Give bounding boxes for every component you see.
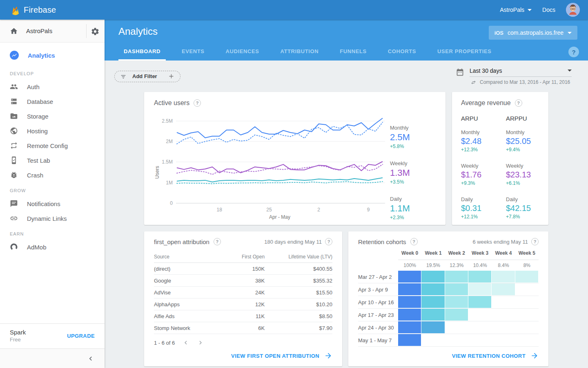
column-header: Lifetime Value (LTV): [265, 254, 332, 260]
docs-link[interactable]: Docs: [542, 7, 555, 13]
cohort-cell[interactable]: [492, 283, 514, 295]
svg-text:Apr - May: Apr - May: [269, 214, 290, 220]
cohort-cell-empty: [492, 296, 514, 308]
stat-label: Daily: [506, 196, 539, 202]
date-range-selector[interactable]: Last 30 days: [470, 67, 572, 77]
cohort-cell[interactable]: [421, 309, 444, 321]
cohort-cell[interactable]: [398, 296, 421, 308]
table-cell: 38K: [219, 278, 265, 284]
help-icon[interactable]: ?: [515, 99, 522, 107]
cohort-cell-empty: [515, 321, 538, 333]
help-icon[interactable]: ?: [214, 238, 221, 245]
cohort-cell[interactable]: [515, 271, 538, 283]
cohort-cell[interactable]: [421, 296, 444, 308]
cohort-cell[interactable]: [468, 271, 491, 283]
average-revenue-title: Average revenue: [461, 99, 511, 107]
compare-arrows-icon: [470, 79, 477, 85]
cohort-cell[interactable]: [445, 296, 468, 308]
stat-value: $25.05: [506, 137, 539, 146]
table-cell: Alfie Ads: [154, 313, 219, 319]
cohort-cell[interactable]: [398, 283, 421, 295]
sidebar-item-dynamic-links[interactable]: Dynamic Links: [0, 211, 105, 226]
tab-user-properties[interactable]: USER PROPERTIES: [432, 43, 497, 61]
cohort-cell[interactable]: [421, 283, 444, 295]
help-icon[interactable]: ?: [410, 238, 418, 245]
notifications-icon: [10, 200, 18, 208]
avatar[interactable]: [566, 3, 580, 17]
tab-bar: DASHBOARDEVENTSAUDIENCESATTRIBUTIONFUNNE…: [105, 43, 497, 61]
cohort-cell-empty: [445, 334, 468, 346]
analytics-header: Analytics iOS com.astropals.ios.free DAS…: [105, 20, 588, 61]
cohort-cell[interactable]: [468, 296, 491, 308]
sidebar-item-auth[interactable]: Auth: [0, 79, 105, 94]
view-first-open-attribution-link[interactable]: VIEW FIRST OPEN ATTRIBUTION: [231, 352, 332, 360]
sidebar-item-storage[interactable]: Storage: [0, 109, 105, 123]
help-icon[interactable]: ?: [194, 99, 201, 107]
week-value: 19.5%: [421, 263, 445, 268]
tab-attribution[interactable]: ATTRIBUTION: [275, 43, 324, 61]
cohort-cell[interactable]: [468, 283, 491, 295]
week-header: Week 5: [515, 250, 539, 260]
svg-text:25: 25: [266, 207, 272, 213]
cohort-cell[interactable]: [398, 309, 421, 321]
view-retention-cohort-link[interactable]: VIEW RETENTION COHORT: [452, 352, 539, 360]
cohort-cell[interactable]: [421, 271, 444, 283]
cohort-cell-empty: [468, 334, 491, 346]
table-row: Google38K$355.32: [154, 275, 332, 287]
stat-delta: +12.1%: [461, 214, 494, 220]
help-icon[interactable]: ?: [531, 238, 539, 245]
cohort-cell[interactable]: [445, 283, 468, 295]
cohort-row: Apr 24 - Apr 30: [358, 321, 539, 334]
previous-page-button[interactable]: [182, 339, 189, 346]
help-button[interactable]: ?: [568, 47, 579, 57]
stat-value: 1.3M: [390, 168, 435, 178]
cohort-cell-empty: [515, 296, 538, 308]
calendar-icon[interactable]: [456, 68, 464, 76]
tab-funnels[interactable]: FUNNELS: [334, 43, 372, 61]
upgrade-button[interactable]: UPGRADE: [67, 333, 95, 339]
link-label: VIEW RETENTION COHORT: [452, 353, 526, 359]
main-content: Analytics iOS com.astropals.ios.free DAS…: [105, 20, 588, 368]
sidebar-project-row[interactable]: AstroPals: [0, 20, 105, 43]
help-icon[interactable]: ?: [325, 238, 332, 245]
cohort-cell[interactable]: [398, 334, 421, 346]
next-page-button[interactable]: [197, 339, 204, 346]
sidebar-item-database[interactable]: Database: [0, 94, 105, 109]
hosting-icon: [10, 127, 18, 135]
sidebar-item-label: Test Lab: [27, 157, 50, 164]
sidebar-item-remote-config[interactable]: Remote Config: [0, 138, 105, 153]
stat-daily: Daily1.1M+2.3%: [390, 196, 435, 220]
sidebar-item-test-lab[interactable]: Test Lab: [0, 153, 105, 168]
sidebar-item-notifications[interactable]: Notifications: [0, 196, 105, 211]
cohort-cell[interactable]: [492, 271, 514, 283]
tab-audiences[interactable]: AUDIENCES: [220, 43, 265, 61]
sidebar-item-hosting[interactable]: Hosting: [0, 123, 105, 138]
cohort-cell-empty: [445, 321, 468, 333]
table-row: (direct)150K$400.55: [154, 263, 332, 275]
collapse-sidebar-icon[interactable]: [87, 355, 95, 363]
project-switcher[interactable]: AstroPals: [500, 7, 532, 13]
revenue-column-header: ARPU: [461, 115, 494, 122]
tab-events[interactable]: EVENTS: [176, 43, 210, 61]
gear-icon[interactable]: [91, 27, 99, 35]
cohort-cell[interactable]: [445, 271, 468, 283]
cohort-cell[interactable]: [445, 309, 468, 321]
stat-delta: +7.8%: [506, 214, 539, 220]
cohort-cell[interactable]: [398, 271, 421, 283]
cohort-cell-empty: [515, 283, 538, 295]
tab-cohorts[interactable]: COHORTS: [383, 43, 421, 61]
cohort-cell[interactable]: [421, 321, 444, 333]
stat-value: $2.48: [461, 137, 494, 146]
sidebar-item-admob[interactable]: AdMob: [0, 240, 105, 254]
cohort-cell[interactable]: [398, 321, 421, 333]
dynamic-links-icon: [10, 214, 18, 222]
sidebar-item-analytics[interactable]: Analytics: [0, 43, 105, 65]
sidebar-item-crash[interactable]: Crash: [0, 168, 105, 182]
app-selector[interactable]: iOS com.astropals.ios.free: [489, 26, 577, 40]
table-cell: (direct): [154, 266, 219, 272]
compare-text: Compared to Mar 13, 2016 - Apr 11, 2016: [480, 79, 570, 85]
home-icon[interactable]: [10, 27, 18, 35]
add-filter-button[interactable]: Add Filter: [114, 71, 180, 82]
tab-dashboard[interactable]: DASHBOARD: [118, 43, 166, 61]
link-label: VIEW FIRST OPEN ATTRIBUTION: [231, 353, 319, 359]
